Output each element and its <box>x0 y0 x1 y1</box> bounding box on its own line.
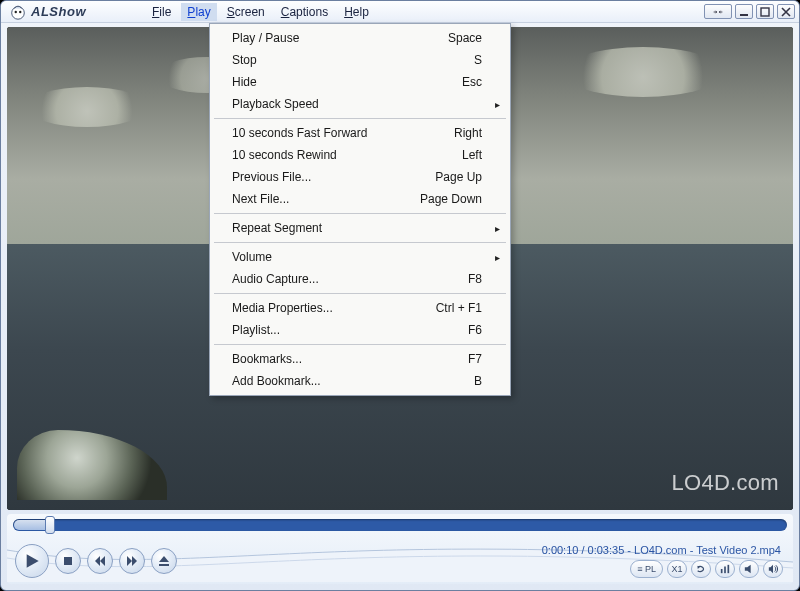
menu-item-shortcut: B <box>474 374 482 388</box>
menu-item-shortcut: S <box>474 53 482 67</box>
close-button[interactable] <box>777 4 795 19</box>
menu-item-bookmarks[interactable]: Bookmarks...F7 <box>212 348 508 370</box>
menu-item-shortcut: F6 <box>468 323 482 337</box>
svg-point-0 <box>12 6 25 19</box>
eject-button[interactable] <box>151 548 177 574</box>
svg-rect-16 <box>728 565 730 573</box>
menu-item-label: Bookmarks... <box>232 352 458 366</box>
svg-rect-14 <box>721 569 723 573</box>
menu-separator <box>214 344 506 345</box>
menu-separator <box>214 293 506 294</box>
menu-item-volume[interactable]: Volume▸ <box>212 246 508 268</box>
playlist-button[interactable]: ≡ PL <box>630 560 663 578</box>
menu-item-shortcut: F8 <box>468 272 482 286</box>
menu-captions[interactable]: Captions <box>275 3 334 21</box>
menu-item-playlist[interactable]: Playlist...F6 <box>212 319 508 341</box>
controls: 0:00:10 / 0:03:35 - LO4D.com - Test Vide… <box>7 514 793 584</box>
menu-item-stop[interactable]: StopS <box>212 49 508 71</box>
menu-item-label: Volume <box>232 250 482 264</box>
menu-item-shortcut: F7 <box>468 352 482 366</box>
window-controls <box>704 4 795 19</box>
menu-screen[interactable]: Screen <box>221 3 271 21</box>
speed-button[interactable]: X1 <box>667 560 687 578</box>
mute-button[interactable] <box>739 560 759 578</box>
menu-item-play-pause[interactable]: Play / PauseSpace <box>212 27 508 49</box>
timeline[interactable] <box>13 519 787 531</box>
menubar: File Play Screen Captions Help <box>146 3 375 21</box>
menu-item-label: 10 seconds Fast Forward <box>232 126 444 140</box>
svg-marker-18 <box>769 565 773 573</box>
menu-help[interactable]: Help <box>338 3 375 21</box>
menu-item-shortcut: Left <box>462 148 482 162</box>
transport-buttons <box>15 544 177 578</box>
menu-item-repeat-segment[interactable]: Repeat Segment▸ <box>212 217 508 239</box>
chevron-right-icon: ▸ <box>495 223 500 234</box>
menu-item-label: Playlist... <box>232 323 458 337</box>
menu-item-label: Previous File... <box>232 170 425 184</box>
chevron-right-icon: ▸ <box>495 252 500 263</box>
svg-point-2 <box>19 10 21 12</box>
svg-marker-5 <box>27 554 39 567</box>
menu-item-10-seconds-rewind[interactable]: 10 seconds RewindLeft <box>212 144 508 166</box>
repeat-button[interactable] <box>691 560 711 578</box>
menu-item-previous-file[interactable]: Previous File...Page Up <box>212 166 508 188</box>
svg-marker-8 <box>100 556 105 566</box>
menu-item-10-seconds-fast-forward[interactable]: 10 seconds Fast ForwardRight <box>212 122 508 144</box>
menu-item-shortcut: Page Down <box>420 192 482 206</box>
menu-separator <box>214 242 506 243</box>
menu-item-playback-speed[interactable]: Playback Speed▸ <box>212 93 508 115</box>
svg-rect-12 <box>159 564 169 566</box>
volume-button[interactable] <box>763 560 783 578</box>
menu-item-hide[interactable]: HideEsc <box>212 71 508 93</box>
menu-file[interactable]: File <box>146 3 177 21</box>
svg-rect-4 <box>761 8 769 16</box>
play-dropdown: Play / PauseSpaceStopSHideEscPlayback Sp… <box>209 23 511 396</box>
svg-rect-3 <box>740 14 748 16</box>
menu-item-label: Audio Capture... <box>232 272 458 286</box>
menu-item-label: Stop <box>232 53 464 67</box>
menu-item-label: Repeat Segment <box>232 221 482 235</box>
menu-separator <box>214 118 506 119</box>
menu-item-shortcut: Right <box>454 126 482 140</box>
menu-item-label: Hide <box>232 75 452 89</box>
equalizer-button[interactable] <box>715 560 735 578</box>
svg-marker-7 <box>95 556 100 566</box>
menu-item-label: Playback Speed <box>232 97 482 111</box>
watermark: LO4D.com <box>671 470 779 496</box>
chevron-right-icon: ▸ <box>495 99 500 110</box>
svg-marker-11 <box>159 556 169 562</box>
app-window: ALShow File Play Screen Captions Help LO… <box>0 0 800 591</box>
menu-item-shortcut: Space <box>448 31 482 45</box>
title-bar: ALShow File Play Screen Captions Help <box>1 1 799 23</box>
play-button[interactable] <box>15 544 49 578</box>
menu-item-label: Media Properties... <box>232 301 426 315</box>
menu-item-next-file[interactable]: Next File...Page Down <box>212 188 508 210</box>
menu-item-label: Next File... <box>232 192 410 206</box>
status-text: 0:00:10 / 0:03:35 - LO4D.com - Test Vide… <box>542 544 781 556</box>
app-title: ALShow <box>31 4 86 19</box>
menu-item-shortcut: Esc <box>462 75 482 89</box>
menu-separator <box>214 213 506 214</box>
svg-marker-17 <box>745 565 751 573</box>
menu-item-shortcut: Ctrl + F1 <box>436 301 482 315</box>
compact-mode-button[interactable] <box>704 4 732 19</box>
forward-button[interactable] <box>119 548 145 574</box>
menu-item-label: 10 seconds Rewind <box>232 148 452 162</box>
maximize-button[interactable] <box>756 4 774 19</box>
menu-item-shortcut: Page Up <box>435 170 482 184</box>
stop-button[interactable] <box>55 548 81 574</box>
menu-item-media-properties[interactable]: Media Properties...Ctrl + F1 <box>212 297 508 319</box>
minimize-button[interactable] <box>735 4 753 19</box>
menu-item-label: Play / Pause <box>232 31 438 45</box>
app-icon <box>9 3 27 21</box>
svg-marker-10 <box>132 556 137 566</box>
menu-play[interactable]: Play <box>181 3 216 21</box>
menu-item-audio-capture[interactable]: Audio Capture...F8 <box>212 268 508 290</box>
menu-item-add-bookmark[interactable]: Add Bookmark...B <box>212 370 508 392</box>
svg-marker-9 <box>127 556 132 566</box>
svg-rect-6 <box>64 557 72 565</box>
rewind-button[interactable] <box>87 548 113 574</box>
menu-item-label: Add Bookmark... <box>232 374 464 388</box>
svg-point-1 <box>15 10 17 12</box>
svg-rect-15 <box>724 567 726 574</box>
